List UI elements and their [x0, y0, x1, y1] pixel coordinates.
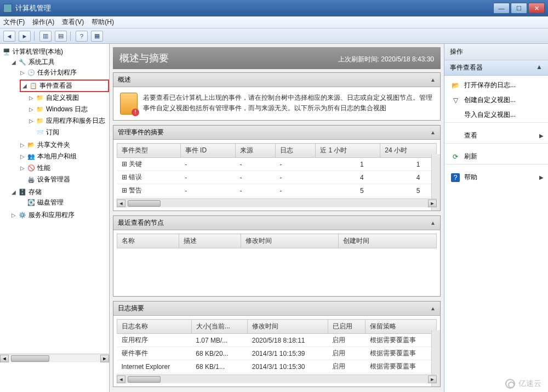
horizontal-scrollbar[interactable]: ◄ ►: [117, 374, 437, 383]
tree-shared-folders[interactable]: ▷📂共享文件夹: [20, 140, 109, 150]
table-row[interactable]: 硬件事件68 KB/20...2014/3/1 10:15:39启用根据需要覆盖…: [117, 347, 437, 360]
close-button[interactable]: ✕: [528, 3, 545, 14]
menu-view[interactable]: 查看(V): [62, 18, 84, 27]
col-log-name[interactable]: 日志名称: [117, 320, 192, 334]
tree-horizontal-scrollbar[interactable]: ◄ ►: [0, 354, 109, 362]
menu-action[interactable]: 操作(A): [32, 18, 54, 27]
expand-icon[interactable]: ▷: [28, 118, 34, 124]
subscription-icon: 📨: [36, 128, 44, 137]
tree-local-users[interactable]: ▷👥本地用户和组: [20, 152, 109, 161]
tree-subscriptions[interactable]: 📨订阅: [28, 128, 109, 137]
help-button[interactable]: ?: [76, 31, 88, 42]
expand-icon[interactable]: ▷: [11, 212, 16, 218]
scroll-thumb[interactable]: [128, 200, 161, 207]
scroll-left-icon[interactable]: ◄: [0, 355, 9, 362]
submenu-arrow-icon: ▶: [539, 174, 544, 180]
tree-storage[interactable]: ◢🗄️存储: [11, 188, 109, 197]
menu-bar: 文件(F) 操作(A) 查看(V) 帮助(H): [0, 16, 548, 29]
col-size[interactable]: 大小(当前...: [191, 320, 247, 334]
col-1h[interactable]: 近 1 小时: [316, 144, 380, 158]
col-24h[interactable]: 24 小时: [380, 144, 437, 158]
menu-file[interactable]: 文件(F): [3, 18, 25, 27]
expand-icon[interactable]: ▷: [20, 165, 25, 171]
show-hide-tree-button[interactable]: ▥: [39, 31, 52, 42]
collapse-icon[interactable]: ◢: [11, 189, 16, 195]
shared-folder-icon: 📂: [27, 141, 36, 150]
table-row[interactable]: 应用程序1.07 MB/...2020/5/18 8:18:11启用根据需要覆盖…: [117, 334, 437, 347]
forward-button[interactable]: ►: [19, 31, 31, 42]
tree-services-apps[interactable]: ▷⚙️服务和应用程序: [11, 211, 109, 220]
action-import-custom-view[interactable]: 导入自定义视图...: [444, 107, 548, 122]
tree-root[interactable]: 🖥️计算机管理(本地): [2, 47, 109, 56]
scroll-thumb[interactable]: [11, 355, 49, 362]
folder-icon: 📁: [36, 94, 44, 103]
col-event-id[interactable]: 事件 ID: [180, 144, 235, 158]
maximize-button[interactable]: ☐: [511, 3, 527, 14]
action-pane-button[interactable]: ▦: [91, 31, 103, 42]
log-summary-table[interactable]: 日志名称 大小(当前... 修改时间 已启用 保留策略 应用程序1.07 MB/…: [117, 319, 437, 373]
scroll-right-icon[interactable]: ►: [428, 200, 437, 207]
expand-icon[interactable]: ▷: [28, 106, 34, 112]
action-create-custom-view[interactable]: ▽创建自定义视图...: [444, 93, 548, 107]
log-summary-header[interactable]: 日志摘要▲: [113, 302, 440, 316]
action-help[interactable]: ?帮助▶: [444, 170, 548, 185]
tree-windows-logs[interactable]: ▷📁Windows 日志: [28, 105, 109, 114]
tree-app-service-logs[interactable]: ▷📁应用程序和服务日志: [28, 116, 109, 126]
scroll-right-icon[interactable]: ►: [100, 355, 109, 362]
blank-icon: [451, 132, 460, 140]
collapse-icon[interactable]: ▲: [430, 129, 436, 135]
app-icon: [3, 4, 12, 13]
window-title: 计算机管理: [15, 3, 492, 13]
navigation-tree[interactable]: 🖥️计算机管理(本地) ◢🔧系统工具 ▷🕒任务计划程序 ◢📋事件查看器 ▷📁自定…: [0, 46, 109, 222]
action-refresh[interactable]: ⟳刷新: [444, 149, 548, 164]
menu-help[interactable]: 帮助(H): [92, 18, 114, 27]
tree-system-tools[interactable]: ◢🔧系统工具: [11, 58, 109, 67]
collapse-icon[interactable]: ▲: [430, 77, 436, 83]
horizontal-scrollbar[interactable]: ◄ ►: [117, 198, 437, 207]
recent-table[interactable]: 名称 描述 修改时间 创建时间: [117, 234, 437, 248]
tree-custom-views[interactable]: ▷📁自定义视图: [28, 93, 109, 103]
scroll-left-icon[interactable]: ◄: [117, 376, 125, 383]
expand-icon[interactable]: ▷: [20, 154, 25, 160]
table-row[interactable]: Internet Explorer68 KB/1...2014/3/1 10:1…: [117, 360, 437, 373]
tree-disk-management[interactable]: 💽磁盘管理: [20, 198, 109, 207]
collapse-icon[interactable]: ◢: [22, 83, 27, 89]
col-name[interactable]: 名称: [117, 234, 179, 248]
tree-task-scheduler[interactable]: ▷🕒任务计划程序: [20, 68, 109, 77]
summary-header[interactable]: 管理事件的摘要▲: [113, 126, 440, 140]
table-row[interactable]: ⊞ 关键---11: [117, 158, 437, 171]
recent-header[interactable]: 最近查看的节点▲: [113, 216, 440, 230]
tree-event-viewer[interactable]: ◢📋事件查看器: [20, 79, 109, 92]
col-desc[interactable]: 描述: [179, 234, 241, 248]
collapse-icon[interactable]: ▲: [430, 220, 436, 226]
expand-icon[interactable]: ▷: [20, 142, 25, 148]
action-view[interactable]: 查看▶: [444, 128, 548, 143]
collapse-icon[interactable]: ▲: [430, 305, 436, 311]
scroll-right-icon[interactable]: ►: [428, 376, 437, 383]
col-modified[interactable]: 修改时间: [241, 234, 339, 248]
col-modified[interactable]: 修改时间: [248, 320, 328, 334]
scroll-left-icon[interactable]: ◄: [117, 200, 125, 207]
expand-icon[interactable]: ▷: [28, 95, 34, 101]
tree-device-manager[interactable]: 🖨️设备管理器: [20, 175, 109, 184]
action-open-saved-log[interactable]: 📂打开保存的日志...: [444, 78, 548, 93]
col-policy[interactable]: 保留策略: [366, 320, 437, 334]
col-created[interactable]: 创建时间: [339, 234, 437, 248]
actions-section-title[interactable]: 事件查看器▲: [444, 60, 548, 76]
table-row[interactable]: ⊞ 警告---55: [117, 184, 437, 197]
expand-icon[interactable]: ▷: [20, 70, 25, 76]
properties-button[interactable]: ▤: [55, 31, 67, 42]
summary-table[interactable]: 事件类型 事件 ID 来源 日志 近 1 小时 24 小时 ⊞ 关键---11⊞…: [117, 143, 437, 197]
collapse-icon[interactable]: ◢: [11, 59, 16, 65]
tree-performance[interactable]: ▷🚫性能: [20, 163, 109, 173]
table-row[interactable]: ⊞ 错误---44: [117, 171, 437, 184]
collapse-icon[interactable]: ▲: [536, 63, 543, 72]
col-event-type[interactable]: 事件类型: [117, 144, 181, 158]
overview-header[interactable]: 概述▲: [113, 73, 440, 87]
col-enabled[interactable]: 已启用: [328, 320, 366, 334]
back-button[interactable]: ◄: [3, 31, 15, 42]
col-source[interactable]: 来源: [236, 144, 276, 158]
minimize-button[interactable]: —: [493, 3, 510, 14]
col-log[interactable]: 日志: [276, 144, 316, 158]
scroll-thumb[interactable]: [128, 376, 161, 383]
